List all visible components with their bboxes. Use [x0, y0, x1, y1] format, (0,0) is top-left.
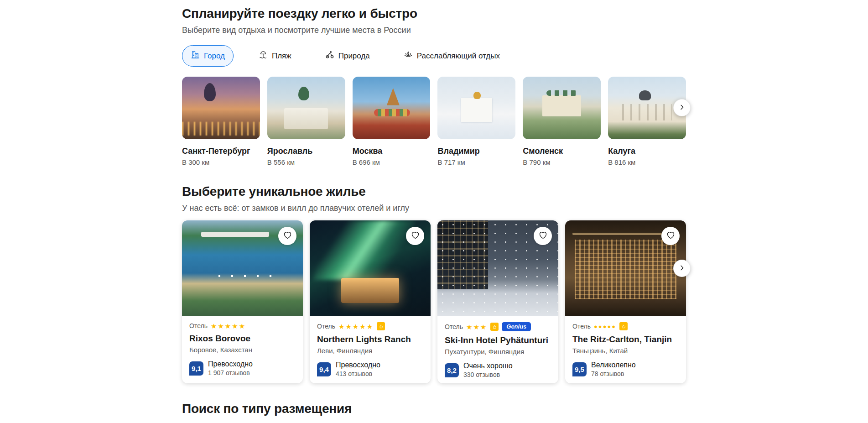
section-subtitle-trip-planner: Выберите вид отдыха и посмотрите лучшие … [182, 26, 686, 35]
tab-nature[interactable]: Природа [317, 45, 379, 67]
property-type-row: Отель ★★★★★ [317, 322, 423, 330]
properties-next-button[interactable] [673, 260, 691, 277]
city-distance: В 696 км [353, 158, 431, 166]
city-card-kaluga[interactable]: Калуга В 816 км [608, 77, 686, 166]
star-rating: ★★★ [466, 324, 487, 330]
save-to-wishlist-button[interactable] [406, 227, 424, 245]
property-location: Пухатунтури, Финляндия [445, 348, 551, 355]
cities-carousel: Санкт-Петербург В 300 км Ярославль В 556… [182, 77, 686, 166]
city-distance: В 300 км [182, 158, 260, 166]
circle-rating: ●●●●● [594, 324, 616, 329]
property-location: Боровое, Казахстан [189, 346, 296, 354]
review-score-row: 9,5 Великолепно 78 отзывов [572, 360, 679, 378]
property-name: Northern Lights Ranch [317, 334, 423, 345]
property-type-row: Отель ●●●●● [572, 322, 679, 330]
review-count: 1 907 отзывов [208, 369, 253, 377]
review-score-word: Великолепно [591, 360, 636, 370]
property-name: Ski-Inn Hotel Pyhätunturi [445, 335, 551, 345]
review-score-badge: 9,5 [572, 362, 587, 376]
review-text: Великолепно 78 отзывов [591, 360, 636, 378]
city-card-saint-petersburg[interactable]: Санкт-Петербург В 300 км [182, 77, 260, 166]
property-card-ritz-carlton-tianjin[interactable]: Отель ●●●●● The Ritz-Carlton, Tianjin Тя… [565, 220, 686, 383]
property-type-row: Отель ★★★ Genius [445, 322, 551, 331]
star-rating: ★★★★★ [338, 323, 374, 330]
property-type-label: Отель [189, 322, 208, 329]
property-name: The Ritz-Carlton, Tianjin [572, 334, 679, 345]
city-name: Калуга [608, 146, 686, 156]
review-score-badge: 9,4 [317, 362, 331, 376]
city-card-moscow[interactable]: Москва В 696 км [353, 77, 431, 166]
quality-rating-thumbsup-icon [619, 322, 628, 330]
tab-nature-label: Природа [338, 52, 370, 61]
properties-grid: Отель ★★★★★ Rixos Borovoe Боровое, Казах… [182, 220, 686, 383]
review-count: 78 отзывов [591, 370, 636, 378]
section-title-property-type: Поиск по типу размещения [182, 402, 686, 416]
properties-carousel: Отель ★★★★★ Rixos Borovoe Боровое, Казах… [182, 220, 686, 383]
property-info: Отель ★★★★★ Rixos Borovoe Боровое, Казах… [182, 316, 303, 383]
save-to-wishlist-button[interactable] [661, 227, 680, 245]
cities-grid: Санкт-Петербург В 300 км Ярославль В 556… [182, 77, 686, 166]
city-distance: В 556 км [267, 158, 345, 166]
property-type-label: Отель [317, 323, 335, 330]
section-subtitle-unique-stays: У нас есть всё: от замков и вилл до плав… [182, 204, 686, 213]
section-title-unique-stays: Выберите уникальное жилье [182, 184, 686, 199]
review-score-badge: 9,1 [189, 361, 203, 376]
city-card-yaroslavl[interactable]: Ярославль В 556 км [267, 77, 345, 166]
review-score-word: Превосходно [208, 360, 253, 369]
heart-icon [538, 230, 548, 241]
save-to-wishlist-button[interactable] [278, 227, 296, 245]
property-type-section: Поиск по типу размещения [182, 402, 686, 423]
trip-planner-section: Спланируйте поездку легко и быстро Выбер… [182, 6, 686, 166]
heart-icon [283, 230, 292, 241]
tab-city[interactable]: Город [182, 45, 234, 67]
lotus-icon [404, 50, 413, 62]
review-text: Превосходно 1 907 отзывов [208, 360, 253, 377]
property-card-ski-inn-pyhatunturi[interactable]: Отель ★★★ Genius Ski-Inn Hotel Pyhätuntu… [437, 220, 558, 383]
property-info: Отель ★★★ Genius Ski-Inn Hotel Pyhätuntu… [437, 316, 558, 383]
city-card-smolensk[interactable]: Смоленск В 790 км [523, 77, 601, 166]
review-text: Превосходно 413 отзывов [336, 360, 380, 378]
city-photo-saint-petersburg [182, 77, 260, 139]
property-card-rixos-borovoe[interactable]: Отель ★★★★★ Rixos Borovoe Боровое, Казах… [182, 220, 303, 383]
star-rating: ★★★★★ [211, 323, 246, 329]
trip-type-tabs: Город Пляж Природа Расслабляющий отдых [182, 45, 686, 67]
review-text: Очень хорошо 330 отзывов [463, 361, 513, 379]
city-photo-smolensk [523, 77, 601, 139]
quality-rating-thumbsup-icon [490, 323, 499, 331]
city-buildings-icon [191, 50, 200, 62]
property-card-northern-lights-ranch[interactable]: Отель ★★★★★ Northern Lights Ranch Леви, … [310, 220, 431, 383]
chevron-right-icon [678, 104, 686, 112]
property-name: Rixos Borovoe [189, 334, 296, 344]
review-score-row: 8,2 Очень хорошо 330 отзывов [445, 361, 551, 379]
city-distance: В 816 км [608, 158, 686, 166]
city-name: Ярославль [267, 146, 345, 156]
review-score-row: 9,1 Превосходно 1 907 отзывов [189, 360, 296, 377]
tab-relax[interactable]: Расслабляющий отдых [395, 45, 509, 67]
city-name: Москва [353, 146, 431, 156]
beach-umbrella-icon [259, 50, 268, 62]
cyclist-icon [325, 50, 334, 62]
property-info: Отель ★★★★★ Northern Lights Ranch Леви, … [310, 316, 431, 383]
review-score-word: Очень хорошо [463, 361, 513, 371]
unique-stays-section: Выберите уникальное жилье У нас есть всё… [182, 184, 686, 383]
heart-icon [666, 230, 676, 241]
review-score-word: Превосходно [336, 360, 380, 370]
property-type-label: Отель [572, 323, 591, 330]
city-card-vladimir[interactable]: Владимир В 717 км [437, 77, 515, 166]
review-score-row: 9,4 Превосходно 413 отзывов [317, 360, 423, 378]
city-photo-yaroslavl [267, 77, 345, 139]
heart-icon [411, 230, 420, 241]
review-count: 330 отзывов [463, 371, 513, 379]
city-name: Смоленск [523, 146, 601, 156]
tab-beach-label: Пляж [272, 52, 291, 61]
city-photo-moscow [353, 77, 431, 139]
city-name: Санкт-Петербург [182, 146, 260, 156]
tab-relax-label: Расслабляющий отдых [417, 52, 500, 61]
cities-next-button[interactable] [673, 99, 691, 116]
save-to-wishlist-button[interactable] [534, 227, 552, 245]
property-type-label: Отель [445, 323, 463, 330]
tab-beach[interactable]: Пляж [250, 45, 300, 67]
city-name: Владимир [437, 146, 515, 156]
review-score-badge: 8,2 [445, 363, 459, 377]
quality-rating-thumbsup-icon [377, 322, 385, 330]
